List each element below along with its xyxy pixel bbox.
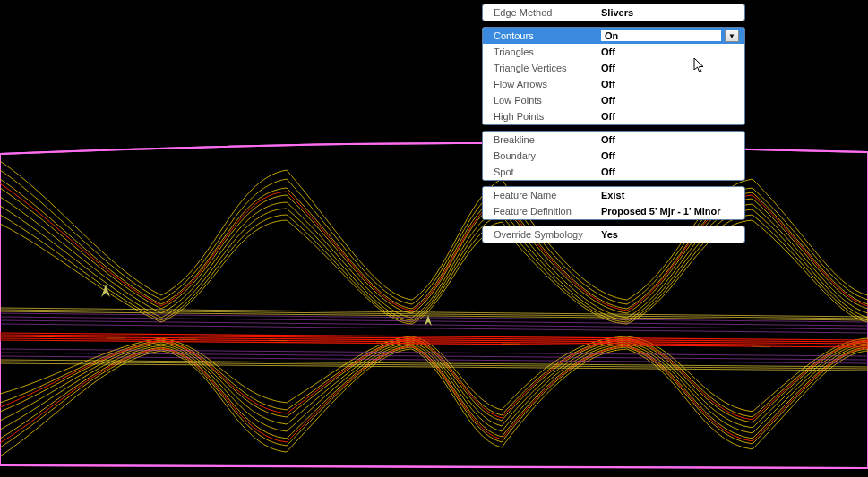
triangle-vertices-value: Off: [601, 63, 739, 73]
high-points-label: High Points: [494, 111, 601, 122]
boundary-label: Boundary: [494, 150, 601, 161]
high-points-value: Off: [601, 111, 739, 122]
flow-arrows-value: Off: [601, 79, 739, 89]
edge-method-panel: Edge Method Slivers: [482, 4, 745, 21]
override-symbology-label: Override Symbology: [494, 229, 601, 240]
dropdown-arrow-icon[interactable]: ▼: [725, 30, 739, 42]
breakline-row[interactable]: Breakline Off: [483, 132, 744, 148]
feature-definition-value: Proposed 5' Mjr - 1' Minor: [601, 206, 739, 217]
triangle-vertices-row[interactable]: Triangle Vertices Off: [483, 60, 744, 76]
linework-panel: Breakline Off Boundary Off Spot Off: [482, 131, 745, 181]
flow-arrows-label: Flow Arrows: [494, 79, 601, 89]
low-points-row[interactable]: Low Points Off: [483, 92, 744, 108]
triangles-label: Triangles: [494, 47, 601, 57]
contours-value: On: [601, 30, 721, 41]
spot-row[interactable]: Spot Off: [483, 164, 744, 180]
display-panel: Contours On ▼ Triangles Off Triangle Ver…: [482, 27, 745, 125]
feature-name-row[interactable]: Feature Name Exist: [483, 187, 744, 203]
breakline-value: Off: [601, 134, 739, 145]
low-points-value: Off: [601, 95, 739, 106]
edge-method-label: Edge Method: [494, 7, 601, 18]
edge-method-row: Edge Method Slivers: [483, 4, 744, 21]
contours-label: Contours: [494, 30, 601, 41]
boundary-row[interactable]: Boundary Off: [483, 148, 744, 164]
low-points-label: Low Points: [494, 95, 601, 106]
feature-definition-row[interactable]: Feature Definition Proposed 5' Mjr - 1' …: [483, 203, 744, 219]
override-symbology-row[interactable]: Override Symbology Yes: [483, 226, 744, 243]
override-panel: Override Symbology Yes: [482, 226, 745, 243]
feature-panel: Feature Name Exist Feature Definition Pr…: [482, 186, 745, 220]
triangles-value: Off: [601, 47, 739, 57]
triangle-vertices-label: Triangle Vertices: [494, 63, 601, 73]
contours-row[interactable]: Contours On ▼: [483, 28, 744, 44]
spot-value: Off: [601, 166, 739, 177]
high-points-row[interactable]: High Points Off: [483, 108, 744, 124]
feature-definition-label: Feature Definition: [494, 206, 601, 217]
override-symbology-value: Yes: [601, 229, 739, 240]
spot-label: Spot: [494, 166, 601, 177]
breakline-label: Breakline: [494, 134, 601, 145]
flow-arrows-row[interactable]: Flow Arrows Off: [483, 76, 744, 92]
boundary-value: Off: [601, 150, 739, 161]
feature-name-label: Feature Name: [494, 190, 601, 200]
feature-name-value: Exist: [601, 190, 739, 200]
triangles-row[interactable]: Triangles Off: [483, 44, 744, 60]
edge-method-value: Slivers: [601, 7, 739, 18]
